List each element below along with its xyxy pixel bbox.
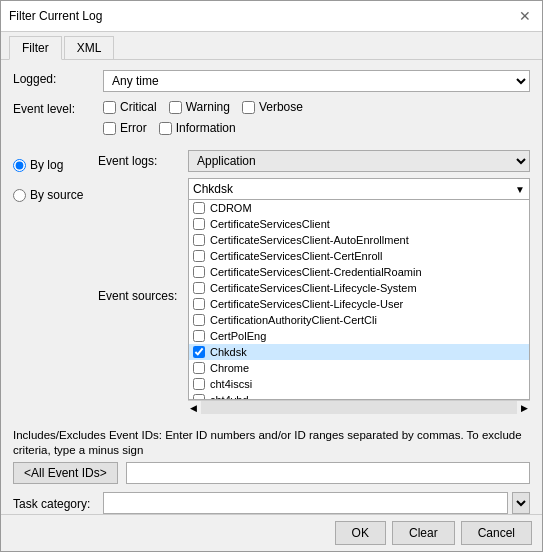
event-level-label: Event level: — [13, 100, 103, 116]
checkbox-error: Error — [103, 121, 147, 135]
item-checkbox-chrome[interactable] — [193, 362, 205, 374]
item-checkbox-certservices[interactable] — [193, 218, 205, 230]
logged-select[interactable]: Any time Last hour Last 12 hours Last 24… — [103, 70, 530, 92]
error-checkbox[interactable] — [103, 122, 116, 135]
item-checkbox-certpoleng[interactable] — [193, 330, 205, 342]
list-item[interactable]: cht4iscsi — [189, 376, 529, 392]
checkbox-information: Information — [159, 121, 236, 135]
item-checkbox-chkdsk[interactable] — [193, 346, 205, 358]
radio-bysource: By source — [13, 188, 98, 202]
item-checkbox-certcli[interactable] — [193, 314, 205, 326]
content-area: Logged: Any time Last hour Last 12 hours… — [1, 60, 542, 514]
dropdown-arrow-icon: ▼ — [515, 184, 525, 195]
checkbox-warning: Warning — [169, 100, 230, 114]
item-checkbox-cht4vbd[interactable] — [193, 394, 205, 400]
item-checkbox-certenroll[interactable] — [193, 250, 205, 262]
list-item-chkdsk[interactable]: Chkdsk — [189, 344, 529, 360]
logged-label: Logged: — [13, 70, 103, 86]
includes-inner: Includes/Excludes Event IDs: Enter ID nu… — [13, 428, 530, 484]
radio-bylog: By log — [13, 158, 98, 172]
item-checkbox-certuser[interactable] — [193, 298, 205, 310]
item-checkbox-certsystem[interactable] — [193, 282, 205, 294]
event-logs-select[interactable]: Application — [188, 150, 530, 172]
task-category-dropdown-arrow[interactable] — [512, 492, 530, 514]
task-category-input[interactable] — [103, 492, 508, 514]
clear-button[interactable]: Clear — [392, 521, 455, 545]
list-item[interactable]: CertificateServicesClient-CertEnroll — [189, 248, 529, 264]
event-ids-row: <All Event IDs> — [13, 462, 530, 484]
scroll-left-icon[interactable]: ◀ — [188, 403, 199, 413]
event-ids-input[interactable] — [126, 462, 530, 484]
horizontal-scrollbar[interactable]: ◀ ▶ — [188, 400, 530, 414]
tab-xml[interactable]: XML — [64, 36, 115, 59]
bysource-radio[interactable] — [13, 189, 26, 202]
title-bar: Filter Current Log ✕ — [1, 1, 542, 32]
bylog-radio[interactable] — [13, 159, 26, 172]
error-label: Error — [120, 121, 147, 135]
event-level-row: Event level: Critical Warning Verbose — [13, 100, 530, 142]
event-sources-input[interactable]: Chkdsk ▼ — [188, 178, 530, 200]
filter-dialog: Filter Current Log ✕ Filter XML Logged: … — [0, 0, 543, 552]
verbose-checkbox[interactable] — [242, 101, 255, 114]
list-item[interactable]: Chrome — [189, 360, 529, 376]
includes-description: Includes/Excludes Event IDs: Enter ID nu… — [13, 428, 530, 458]
event-level-line1: Critical Warning Verbose — [103, 100, 530, 118]
dialog-title: Filter Current Log — [9, 9, 102, 23]
event-level-checkboxes: Critical Warning Verbose Error — [103, 100, 530, 142]
tab-bar: Filter XML — [1, 32, 542, 60]
log-source-section: By log By source Event logs: Application — [13, 150, 530, 420]
information-checkbox[interactable] — [159, 122, 172, 135]
log-source-radios: By log By source — [13, 150, 98, 420]
list-item[interactable]: CertificateServicesClient-Lifecycle-Syst… — [189, 280, 529, 296]
list-item[interactable]: CertificateServicesClient-CredentialRoam… — [189, 264, 529, 280]
information-label: Information — [176, 121, 236, 135]
event-sources-label: Event sources: — [98, 289, 188, 303]
close-button[interactable]: ✕ — [516, 7, 534, 25]
log-source-fields: Event logs: Application Event sources: C… — [98, 150, 530, 420]
logged-row: Logged: Any time Last hour Last 12 hours… — [13, 70, 530, 92]
list-item[interactable]: CertificateServicesClient-AutoEnrollment — [189, 232, 529, 248]
item-checkbox-certauto[interactable] — [193, 234, 205, 246]
warning-label: Warning — [186, 100, 230, 114]
logged-select-container: Any time Last hour Last 12 hours Last 24… — [103, 70, 530, 92]
item-checkbox-cdrom[interactable] — [193, 202, 205, 214]
includes-section: Includes/Excludes Event IDs: Enter ID nu… — [13, 428, 530, 484]
list-item[interactable]: CDROM — [189, 200, 529, 216]
list-item[interactable]: cht4vbd — [189, 392, 529, 400]
critical-checkbox[interactable] — [103, 101, 116, 114]
verbose-label: Verbose — [259, 100, 303, 114]
clear-label: lear — [418, 526, 438, 540]
bysource-label: By source — [30, 188, 83, 202]
event-sources-value: Chkdsk — [193, 182, 233, 196]
list-item[interactable]: CertificateServicesClient — [189, 216, 529, 232]
list-item[interactable]: CertPolEng — [189, 328, 529, 344]
event-logs-dropdown: Application — [188, 150, 530, 172]
warning-checkbox[interactable] — [169, 101, 182, 114]
all-event-ids-button[interactable]: <All Event IDs> — [13, 462, 118, 484]
event-sources-dropdown[interactable]: Chkdsk ▼ CDROM CertificateServicesClient — [188, 178, 530, 414]
list-item[interactable]: CertificationAuthorityClient-CertCli — [189, 312, 529, 328]
item-checkbox-certroam[interactable] — [193, 266, 205, 278]
event-logs-row: Event logs: Application — [98, 150, 530, 172]
scroll-track[interactable] — [201, 401, 517, 414]
event-sources-row: Event sources: Chkdsk ▼ CDROM Ce — [98, 178, 530, 414]
event-logs-label: Event logs: — [98, 154, 188, 168]
item-checkbox-cht4iscsi[interactable] — [193, 378, 205, 390]
list-item[interactable]: CertificateServicesClient-Lifecycle-User — [189, 296, 529, 312]
checkbox-verbose: Verbose — [242, 100, 303, 114]
event-level-line2: Error Information — [103, 121, 530, 139]
critical-label: Critical — [120, 100, 157, 114]
bylog-label: By log — [30, 158, 63, 172]
event-sources-list[interactable]: CDROM CertificateServicesClient Certific… — [188, 200, 530, 400]
task-category-label: Task category: — [13, 495, 103, 511]
cancel-button[interactable]: Cancel — [461, 521, 532, 545]
dialog-footer: OK Clear Cancel — [1, 514, 542, 551]
scroll-right-icon[interactable]: ▶ — [519, 403, 530, 413]
checkbox-critical: Critical — [103, 100, 157, 114]
tab-filter[interactable]: Filter — [9, 36, 62, 60]
ok-button[interactable]: OK — [335, 521, 386, 545]
task-category-select[interactable] — [512, 492, 530, 514]
task-category-row: Task category: — [13, 492, 530, 514]
